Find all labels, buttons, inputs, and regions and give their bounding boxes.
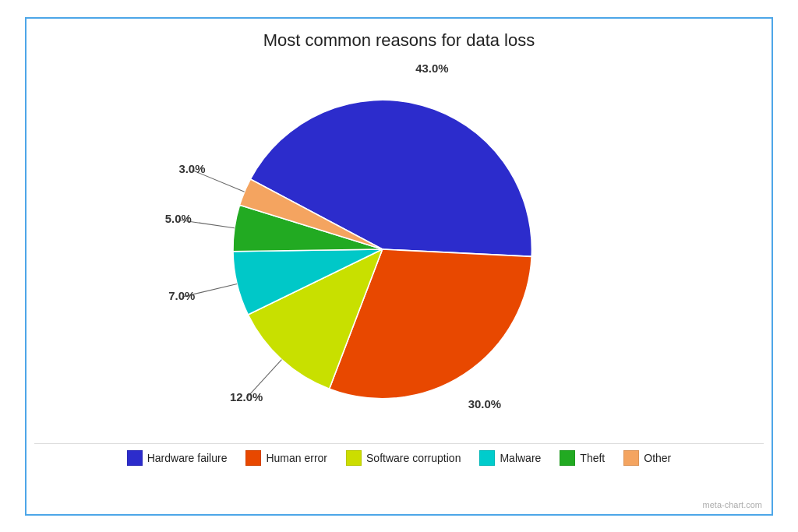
legend-item: Hardware failure xyxy=(127,450,228,466)
legend-label: Malware xyxy=(500,452,541,464)
legend-color-box xyxy=(127,450,143,466)
pie-chart-svg: 43.0%30.0%12.0%7.0%5.0%3.0% xyxy=(34,58,764,440)
meta-credit: meta-chart.com xyxy=(703,500,762,509)
pie-label-text: 43.0% xyxy=(415,62,448,74)
chart-container: Most common reasons for data loss 43.0%3… xyxy=(25,17,773,516)
legend-label: Human error xyxy=(266,452,327,464)
legend-color-box xyxy=(245,450,261,466)
legend-item: Theft xyxy=(560,450,605,466)
pie-label-text: 30.0% xyxy=(468,398,501,410)
pie-label-text: 12.0% xyxy=(230,391,263,403)
legend-color-box xyxy=(346,450,362,466)
legend-item: Malware xyxy=(479,450,541,466)
pie-label-text: 3.0% xyxy=(178,163,205,175)
legend-color-box xyxy=(623,450,639,466)
pie-label-text: 7.0% xyxy=(168,290,195,302)
chart-area: 43.0%30.0%12.0%7.0%5.0%3.0% xyxy=(34,58,764,440)
legend-item: Other xyxy=(623,450,671,466)
legend-color-box xyxy=(560,450,575,466)
legend: Hardware failureHuman errorSoftware corr… xyxy=(34,443,764,472)
pie-label-text: 5.0% xyxy=(165,213,192,225)
legend-label: Other xyxy=(644,452,671,464)
legend-label: Software corruption xyxy=(366,452,461,464)
legend-color-box xyxy=(479,450,495,466)
legend-label: Hardware failure xyxy=(147,452,228,464)
legend-item: Human error xyxy=(245,450,327,466)
legend-item: Software corruption xyxy=(346,450,461,466)
legend-label: Theft xyxy=(580,452,605,464)
chart-title: Most common reasons for data loss xyxy=(34,30,764,51)
